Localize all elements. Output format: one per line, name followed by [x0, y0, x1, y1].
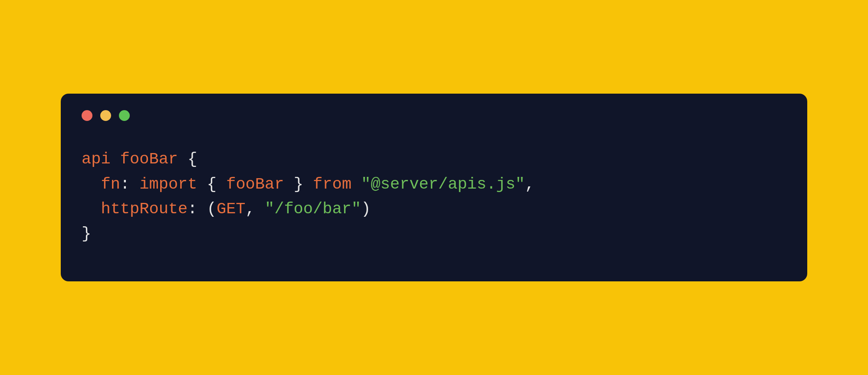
- comma: ,: [246, 200, 255, 218]
- string-route-path: "/foo/bar": [265, 200, 361, 218]
- colon: :: [187, 200, 197, 218]
- keyword-from: from: [313, 175, 352, 193]
- property-httproute: httpRoute: [101, 200, 187, 218]
- maximize-icon: [119, 110, 130, 121]
- keyword-api: api: [82, 150, 111, 168]
- string-module-path: "@server/apis.js": [361, 175, 525, 193]
- paren-left: (: [207, 200, 217, 218]
- http-method: GET: [217, 200, 246, 218]
- code-block: api fooBar { fn: import { fooBar } from …: [82, 147, 786, 246]
- minimize-icon: [100, 110, 111, 121]
- paren-right: ): [361, 200, 371, 218]
- colon: :: [120, 175, 130, 193]
- code-line-1: api fooBar {: [82, 150, 197, 168]
- code-line-4: }: [82, 225, 91, 243]
- import-identifier: fooBar: [226, 175, 284, 193]
- window-traffic-lights: [82, 110, 786, 121]
- code-window: api fooBar { fn: import { fooBar } from …: [61, 94, 807, 281]
- brace-open: {: [187, 150, 197, 168]
- code-line-3: httpRoute: (GET, "/foo/bar"): [82, 200, 371, 218]
- brace-right: }: [294, 175, 303, 193]
- close-icon: [82, 110, 92, 121]
- property-fn: fn: [101, 175, 120, 193]
- comma: ,: [525, 175, 535, 193]
- keyword-import: import: [139, 175, 197, 193]
- code-line-2: fn: import { fooBar } from "@server/apis…: [82, 175, 535, 193]
- brace-close: }: [82, 225, 91, 243]
- brace-left: {: [207, 175, 217, 193]
- identifier-foobar: fooBar: [120, 150, 178, 168]
